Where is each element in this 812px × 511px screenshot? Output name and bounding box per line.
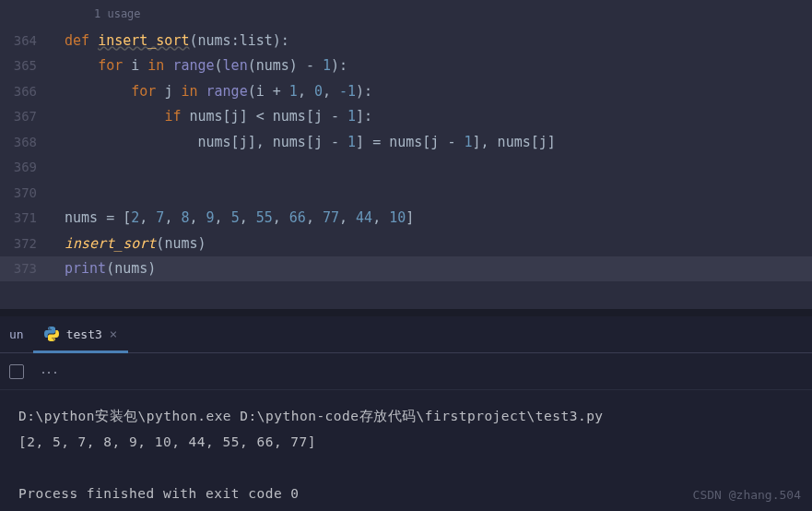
run-tab-test3[interactable]: test3 × [33, 317, 129, 353]
run-toolbar: ⋮ [0, 353, 812, 390]
line-number: 368 [0, 135, 65, 149]
usage-hint: 1 usage [94, 7, 141, 20]
line-number: 372 [0, 236, 65, 251]
code-content[interactable]: for j in range(i + 1, 0, -1): [65, 83, 372, 100]
code-line[interactable]: 368 nums[j], nums[j - 1] = nums[j - 1], … [0, 129, 812, 155]
line-number: 367 [0, 109, 65, 124]
code-line[interactable]: 371nums = [2, 7, 8, 9, 5, 55, 66, 77, 44… [0, 206, 812, 232]
panel-divider[interactable] [0, 309, 812, 316]
code-line[interactable]: 369 [0, 155, 812, 181]
run-tool-window: un test3 × ⋮ D:\python安装包\python.exe D:\… [0, 316, 812, 511]
console-output[interactable]: D:\python安装包\python.exe D:\python-code存放… [0, 390, 812, 511]
line-number: 371 [0, 210, 65, 225]
code-content[interactable]: for i in range(len(nums) - 1): [65, 57, 347, 74]
code-line[interactable]: 372insert_sort(nums) [0, 231, 812, 256]
code-line[interactable]: 367 if nums[j] < nums[j - 1]: [0, 104, 812, 130]
console-line: [2, 5, 7, 8, 9, 10, 44, 55, 66, 77] [18, 429, 794, 455]
code-content[interactable]: if nums[j] < nums[j - 1]: [65, 108, 372, 125]
tab-name-label: test3 [66, 327, 102, 341]
code-content[interactable]: def insert_sort(nums:list): [65, 32, 289, 49]
code-line[interactable]: 365 for i in range(len(nums) - 1): [0, 53, 812, 79]
code-content[interactable]: print(nums) [65, 260, 156, 277]
code-lines-container: 364def insert_sort(nums:list):365 for i … [0, 0, 812, 281]
run-label: un [0, 327, 33, 341]
python-icon [44, 327, 59, 341]
run-tab-bar: un test3 × [0, 316, 812, 353]
code-content[interactable]: nums = [2, 7, 8, 9, 5, 55, 66, 77, 44, 1… [65, 209, 414, 226]
code-line[interactable]: 366 for j in range(i + 1, 0, -1): [0, 78, 812, 104]
line-number: 365 [0, 58, 65, 73]
line-number: 373 [0, 261, 65, 276]
line-number: 369 [0, 160, 65, 174]
code-line[interactable]: 364def insert_sort(nums:list): [0, 28, 812, 53]
close-icon[interactable]: × [110, 327, 117, 341]
line-number: 370 [0, 185, 65, 200]
code-content[interactable]: insert_sort(nums) [65, 235, 206, 252]
code-line[interactable]: 373print(nums) [0, 256, 812, 282]
more-icon[interactable]: ⋮ [41, 364, 58, 379]
console-line: Process finished with exit code 0 [18, 481, 794, 506]
watermark: CSDN @zhang.504 [693, 488, 801, 502]
line-number: 364 [0, 33, 65, 48]
console-line [18, 455, 794, 481]
stop-button[interactable] [9, 364, 24, 379]
code-editor[interactable]: 1 usage 364def insert_sort(nums:list):36… [0, 0, 812, 309]
console-line: D:\python安装包\python.exe D:\python-code存放… [18, 403, 794, 429]
line-number: 366 [0, 84, 65, 99]
code-line[interactable]: 370 [0, 180, 812, 206]
code-content[interactable]: nums[j], nums[j - 1] = nums[j - 1], nums… [65, 134, 556, 150]
